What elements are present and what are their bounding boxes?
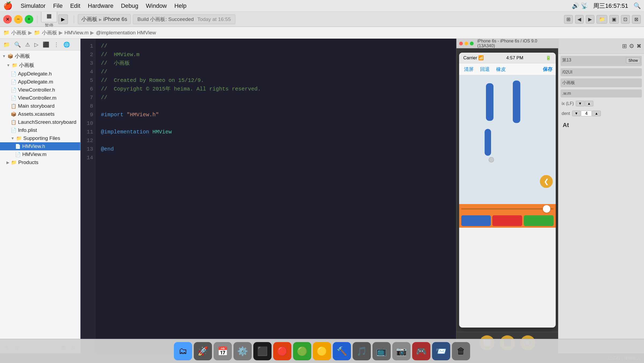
clear-button[interactable]: 清屏 [462, 65, 475, 74]
dock-app6[interactable]: 🎮 [412, 342, 430, 360]
menu-hardware[interactable]: Hardware [86, 2, 115, 10]
stepper-up-2[interactable]: ▲ [592, 111, 601, 116]
dock-finder[interactable]: 🗂 [174, 342, 192, 360]
disclosure-group-icon[interactable]: ▼ [6, 63, 10, 67]
file-viewcontroller-m[interactable]: 📄 ViewController.m [0, 94, 80, 102]
file-assets[interactable]: 📦 Assets.xcassets [0, 110, 80, 118]
test-icon[interactable]: ▷ [33, 40, 39, 49]
inspector-icon-3[interactable]: ✖ [636, 43, 641, 50]
stop-button[interactable]: ⏹ [41, 10, 57, 22]
group-supporting[interactable]: ▼ 📁 Supporting Files [0, 134, 80, 142]
breadcrumb-1[interactable]: 小画板 [11, 29, 27, 36]
run-button[interactable]: ▶ [58, 14, 68, 24]
dock-app7[interactable]: 📨 [432, 342, 450, 360]
layout-assistant-button[interactable]: ⊡ [621, 15, 630, 24]
menu-window[interactable]: Window [144, 2, 169, 10]
dock-systemprefs[interactable]: ⚙️ [233, 342, 252, 360]
save-button[interactable]: 保存 [543, 66, 552, 72]
filename-label: AppDelegate.h [18, 71, 52, 77]
file-launch-storyboard[interactable]: 📋 LaunchScreen.storyboard [0, 118, 80, 126]
layout-standard-button[interactable]: ▣ [609, 15, 619, 24]
menu-file[interactable]: File [52, 2, 64, 10]
file-viewcontroller-h[interactable]: 📄 ViewController.h [0, 86, 80, 94]
breadcrumb-4[interactable]: @implementation HMView [96, 30, 156, 36]
sim-min-btn[interactable] [464, 42, 468, 45]
color-blue-button[interactable] [461, 215, 491, 226]
eraser-button[interactable]: 橡皮 [495, 65, 507, 74]
stepper-down-1[interactable]: ▼ [576, 101, 584, 106]
inspector-icon-1[interactable]: ⊞ [622, 43, 627, 50]
disclosure-icon[interactable]: ▶ [6, 160, 9, 165]
git-icon[interactable]: ⋮ [53, 40, 60, 49]
folder-icon[interactable]: 📁 [2, 40, 11, 49]
group-xiahuaban[interactable]: ▼ 📁 小画板 [0, 61, 80, 70]
disclosure-icon[interactable]: ▼ [11, 136, 14, 140]
warning-icon[interactable]: ⚠ [24, 40, 31, 49]
window-close-button[interactable]: ✕ [3, 15, 12, 24]
debug-icon[interactable]: ⬛ [42, 40, 50, 49]
menu-simulator[interactable]: Simulator [19, 2, 47, 10]
sim-max-btn[interactable] [470, 42, 474, 45]
nav-forward-button[interactable]: ▶ [586, 15, 594, 24]
storyboard-icon: 📋 [11, 103, 16, 109]
apple-logo[interactable]: 🍎 [3, 1, 13, 10]
dock-app2[interactable]: 🟢 [293, 342, 311, 360]
window-maximize-button[interactable]: + [25, 15, 33, 24]
code-editor[interactable]: 1 2 3 4 5 6 7 8 9 10 11 12 13 14 // // H… [80, 39, 456, 353]
file-appdelegate-m[interactable]: 📄 AppDelegate.m [0, 78, 80, 86]
show-button[interactable]: Show [626, 57, 640, 63]
file-hmview-h[interactable]: 📄 HMView.h [0, 142, 80, 150]
dock-app3[interactable]: 🟡 [313, 342, 331, 360]
stepper-up-1[interactable]: ▲ [585, 101, 593, 106]
disclosure-icon[interactable]: ▼ [2, 54, 6, 58]
code-content[interactable]: // // HMView.m // 小画板 // // Created by R… [96, 39, 456, 353]
localize-icon[interactable]: 🌐 [62, 40, 71, 49]
nav-back-button[interactable]: ◀ [575, 15, 584, 24]
toolbar-right: ⊞ ◀ ▶ 📁 ▣ ⊡ ⊠ [564, 15, 641, 24]
file-appdelegate-h[interactable]: 📄 AppDelegate.h [0, 70, 80, 78]
project-root[interactable]: ▼ 📦 小画板 [0, 52, 80, 61]
indent-width-input[interactable] [581, 111, 592, 116]
dock-app1[interactable]: 🔴 [273, 342, 291, 360]
editor-mode-button[interactable]: ⊞ [564, 15, 573, 24]
search-icon[interactable]: 🔍 [634, 2, 641, 9]
breadcrumb-2[interactable]: 小画板 [42, 29, 57, 36]
hierarchy-button[interactable]: 📁 [597, 15, 607, 24]
dock-calendar[interactable]: 📅 [214, 342, 232, 360]
sim-back-button[interactable]: ❮ [540, 175, 553, 188]
inspector-label: 第13 [562, 57, 571, 63]
menu-debug[interactable]: Debug [119, 2, 140, 10]
menu-edit[interactable]: Edit [68, 2, 82, 10]
file-info-plist[interactable]: 📄 Info.plist [0, 126, 80, 134]
slider-track[interactable] [459, 204, 556, 214]
breadcrumb-3[interactable]: HMView.m [64, 30, 89, 36]
sim-close-btn[interactable] [459, 42, 463, 45]
file-main-storyboard[interactable]: 📋 Main storyboard [0, 102, 80, 110]
dock-launchpad[interactable]: 🚀 [194, 342, 212, 360]
file-hmview-m[interactable]: 📄 HMView.m [0, 150, 80, 158]
simulator-title-bar: iPhone 6s - iPhone 6s / iOS 9.0 (13A340) [456, 39, 558, 48]
dock-xcode[interactable]: 🔨 [333, 342, 351, 360]
project-indicator[interactable]: 小画板 ▸ iPhone 6s [78, 14, 131, 24]
inspector-icon-2[interactable]: ⚙ [629, 43, 634, 50]
file-tree: ▼ 📦 小画板 ▼ 📁 小画板 📄 AppDelegate.h 📄 [0, 50, 80, 342]
dock-app5[interactable]: 📷 [392, 342, 411, 360]
file-icon: 📄 [11, 95, 16, 101]
dock-app4[interactable]: 📺 [372, 342, 391, 360]
inspector-content: 第13 Show /02UI 小画板 .w.m ix (LF) [558, 54, 644, 353]
menu-help[interactable]: Help [173, 2, 188, 10]
undo-button[interactable]: 回退 [478, 65, 491, 74]
group-name-label: Supporting Files [23, 135, 60, 141]
dock-music[interactable]: 🎵 [353, 342, 371, 360]
sim-back-panel: ❮ [540, 175, 553, 188]
stepper-down-2[interactable]: ▼ [572, 111, 580, 116]
layout-version-button[interactable]: ⊠ [632, 15, 641, 24]
window-minimize-button[interactable]: − [14, 15, 23, 24]
group-products[interactable]: ▶ 📁 Products [0, 158, 80, 166]
color-green-button[interactable] [524, 215, 554, 226]
dock-trash[interactable]: 🗑 [452, 342, 470, 360]
find-icon[interactable]: 🔍 [13, 40, 22, 49]
color-red-button[interactable] [492, 215, 522, 226]
slider-thumb[interactable] [543, 205, 550, 213]
dock-terminal[interactable]: ⬛ [253, 342, 272, 360]
